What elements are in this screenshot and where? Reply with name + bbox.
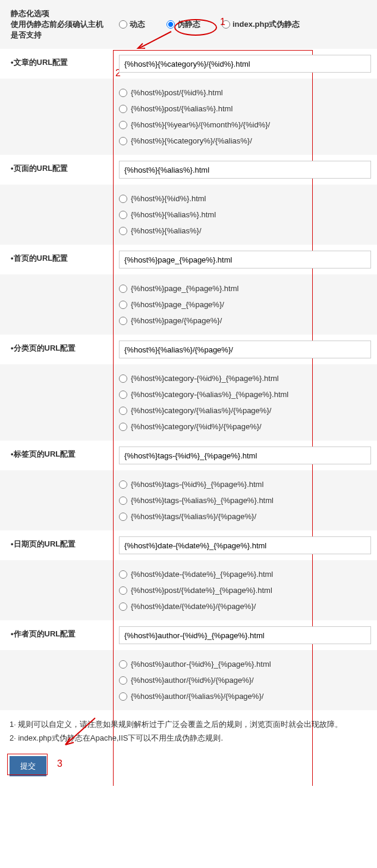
url-option-label: {%host%}author/{%alias%}/{%page%}/	[131, 692, 263, 701]
url-option-label: {%host%}category-{%alias%}_{%page%}.html	[131, 390, 288, 399]
url-option-radio[interactable]	[119, 407, 127, 415]
url-option-label: {%host%}{%alias%}.html	[131, 210, 216, 219]
url-option-label: {%host%}author-{%id%}_{%page%}.html	[131, 660, 271, 669]
section-label: •文章的URL配置	[0, 49, 113, 79]
url-input[interactable]	[119, 536, 371, 554]
url-input[interactable]	[119, 626, 371, 644]
url-option-radio[interactable]	[119, 586, 127, 595]
url-option-label: {%host%}{%year%}/{%month%}/{%id%}/	[131, 120, 270, 129]
url-option-radio[interactable]	[119, 513, 127, 521]
url-input[interactable]	[119, 251, 371, 268]
url-input[interactable]	[119, 161, 371, 179]
section-label: •首页的URL配置	[0, 245, 113, 274]
anno-number-3: 3	[57, 758, 62, 769]
url-option-radio[interactable]	[119, 105, 127, 113]
url-option-label: {%host%}post/{%alias%}.html	[131, 104, 233, 113]
url-option-radio[interactable]	[119, 480, 127, 489]
url-option-label: {%host%}{%category%}/{%alias%}/	[131, 136, 252, 145]
url-option-radio[interactable]	[119, 137, 127, 145]
section-label: •标签页的URL配置	[0, 441, 113, 470]
section-label: •分类页的URL配置	[0, 335, 113, 364]
header-label: 静态化选项 使用伪静态前必须确认主机是否支持	[0, 0, 113, 49]
mode-indexphp[interactable]: index.php式伪静态	[222, 19, 300, 30]
url-option-label: {%host%}category-{%id%}_{%page%}.html	[131, 374, 279, 383]
url-option-label: {%host%}post/{%date%}_{%page%}.html	[131, 586, 272, 595]
url-option-radio[interactable]	[119, 660, 127, 669]
anno-circle-1	[174, 19, 217, 36]
url-option-label: {%host%}post/{%id%}.html	[131, 88, 223, 97]
url-option-radio[interactable]	[119, 570, 127, 579]
url-option-radio[interactable]	[119, 317, 127, 325]
url-option-label: {%host%}category/{%alias%}/{%page%}/	[131, 406, 271, 415]
anno-box-submit	[7, 754, 48, 775]
url-option-label: {%host%}tags-{%id%}_{%page%}.html	[131, 480, 263, 489]
url-option-radio[interactable]	[119, 121, 127, 129]
url-option-radio[interactable]	[119, 195, 127, 203]
url-option-radio[interactable]	[119, 423, 127, 431]
section-label: •作者页的URL配置	[0, 620, 113, 650]
url-option-radio[interactable]	[119, 374, 127, 383]
radio-pseudo[interactable]	[166, 20, 175, 29]
url-option-radio[interactable]	[119, 676, 127, 685]
section-label: •日期页的URL配置	[0, 530, 113, 560]
url-option-label: {%host%}tags-{%alias%}_{%page%}.html	[131, 496, 274, 505]
notes: 1· 规则可以自定义，请注意如果规则解析过于广泛会覆盖之后的规则，浏览页面时就会…	[0, 710, 377, 753]
url-option-label: {%host%}{%alias%}/	[131, 226, 202, 235]
url-option-radio[interactable]	[119, 692, 127, 701]
url-option-radio[interactable]	[119, 227, 127, 235]
url-option-label: {%host%}date/{%date%}/{%page%}/	[131, 602, 256, 611]
url-option-radio[interactable]	[119, 285, 127, 293]
url-input[interactable]	[119, 447, 371, 464]
url-option-radio[interactable]	[119, 391, 127, 399]
url-input[interactable]	[119, 341, 371, 358]
url-option-label: {%host%}page/{%page%}/	[131, 316, 222, 325]
url-option-radio[interactable]	[119, 497, 127, 505]
anno-number-1: 1	[220, 17, 225, 27]
url-option-label: {%host%}page_{%page%}/	[131, 300, 224, 309]
section-label: •页面的URL配置	[0, 155, 113, 185]
anno-arrow-2	[59, 715, 101, 751]
radio-dynamic[interactable]	[119, 20, 127, 29]
url-option-label: {%host%}category/{%id%}/{%page%}/	[131, 422, 262, 431]
url-option-label: {%host%}date-{%date%}_{%page%}.html	[131, 570, 273, 579]
url-option-label: {%host%}author/{%id%}/{%page%}/	[131, 676, 254, 685]
url-option-label: {%host%}tags/{%alias%}/{%page%}/	[131, 512, 256, 521]
url-option-radio[interactable]	[119, 602, 127, 611]
url-option-label: {%host%}{%id%}.html	[131, 194, 206, 203]
url-option-radio[interactable]	[119, 301, 127, 309]
url-input[interactable]	[119, 55, 371, 73]
url-option-label: {%host%}page_{%page%}.html	[131, 284, 238, 293]
url-option-radio[interactable]	[119, 89, 127, 97]
url-option-radio[interactable]	[119, 211, 127, 219]
